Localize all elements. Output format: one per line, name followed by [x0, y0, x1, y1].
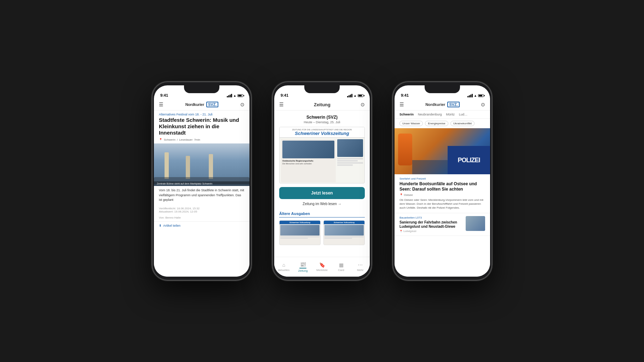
p3-category-nav: Schwerin Neubrandenburg Müritz Lud…	[395, 111, 490, 119]
p3-tag-energy[interactable]: Energiepreise	[425, 121, 448, 126]
p1-article-author: Von: Benno Halle	[154, 215, 249, 221]
p2-headline-2: Die Menschen sind sehr zufrieden	[282, 163, 334, 165]
p2-nav-mehr-label: Mehr	[357, 268, 363, 272]
p1-location: Schwerin	[164, 138, 176, 141]
p2-read-button[interactable]: Jetzt lesen	[279, 187, 365, 199]
user-icon-3[interactable]: ⊙	[481, 102, 485, 107]
p2-nav-zeitung[interactable]: 📰 Zeitung	[293, 260, 312, 274]
pillar-2	[186, 156, 190, 179]
nordkurier-logo-1: Nordkurier	[185, 102, 204, 107]
p3-main-article-section: Seefahrt und Freizeit Hunderte Bootsunfä…	[395, 174, 490, 213]
p2-main-image	[282, 141, 334, 158]
status-icons-3: ▲	[467, 94, 484, 97]
nordkurier-logo-3: Nordkurier	[425, 102, 445, 107]
more-icon: ⋯	[358, 262, 363, 268]
p1-logo-area: Nordkurier SVZ.	[185, 102, 219, 107]
battery-fill-1	[238, 95, 242, 96]
p3-cat-mueritz[interactable]: Müritz	[446, 113, 455, 116]
menu-icon-2[interactable]: ☰	[279, 102, 284, 107]
p2-nav-mehr[interactable]: ⋯ Mehr	[351, 261, 370, 273]
wifi-icon-1: ▲	[233, 94, 236, 97]
status-icons-1: ▲	[227, 94, 243, 97]
p2-bottom-nav: ⌂ Aktuelles 📰 Zeitung 🔖 Merkliste	[274, 257, 370, 277]
phone-2: 9:41 ▲	[272, 82, 372, 280]
phone-2-content: ☰ Zeitung ⊙ Schwerin (SVZ) Heute – Diens…	[274, 99, 370, 277]
p2-edition-thumb-2[interactable]: Schweriner Volkszeitung	[323, 220, 365, 245]
p2-edition-date: Heute – Dienstag, 25. Juli	[279, 120, 365, 124]
p1-article-title: Stadtfeste Schwerin: Musik und Kleinkuns…	[154, 117, 249, 138]
p2-nav-aktuelles[interactable]: ⌂ Aktuelles	[274, 261, 293, 273]
p3-second-article-section: Bauarbeiten L073 Sanierung der Fahrbahn …	[395, 213, 490, 236]
p3-tag-water[interactable]: Unser Wasser	[399, 121, 423, 126]
card-icon: ▦	[339, 262, 344, 268]
p2-older-section-title: Ältere Ausgaben	[279, 211, 365, 217]
user-icon-1[interactable]: ⊙	[240, 102, 245, 107]
status-icons-2: ▲	[347, 94, 363, 97]
phone-1-wrapper: 9:41 ▲	[152, 82, 251, 280]
p3-second-art-thumb	[466, 216, 485, 231]
menu-icon-3[interactable]: ☰	[399, 102, 404, 107]
home-icon: ⌂	[282, 262, 285, 268]
phone-1-screen: 9:41 ▲	[154, 85, 249, 277]
signal-bar-3	[230, 95, 231, 97]
p3-second-art-loc: 📍 Ludwigslust	[399, 230, 463, 233]
p3-second-art-text: Bauarbeiten L073 Sanierung der Fahrbahn …	[399, 216, 463, 233]
p3-main-art-body: Ob Ostsee oder Seen: Mecklenburg-Vorpomm…	[399, 198, 485, 210]
p1-updated: Aktualisiert: 19.06.2024, 12:05	[159, 210, 245, 213]
user-icon-2[interactable]: ⊙	[361, 102, 365, 107]
wifi-icon-2: ▲	[353, 94, 357, 97]
p2-nav-card-label: Card	[338, 268, 344, 272]
p2-header-title: Zeitung	[284, 102, 361, 107]
p3-main-image: POLIZEI	[395, 128, 490, 174]
p2-newspaper-body: Ostdeutsche Regierungschefs: Die Mensche…	[280, 138, 364, 183]
signal-icon-1	[227, 94, 232, 97]
p2-headline-1: Ostdeutsche Regierungschefs:	[282, 160, 334, 162]
p3-cat-schwerin[interactable]: Schwerin	[399, 113, 414, 116]
p3-cat-lud[interactable]: Lud…	[459, 113, 467, 116]
p2-thumb-body-1	[280, 224, 320, 239]
p1-share-button[interactable]: ⬆ Artikel teilen	[154, 221, 249, 230]
p3-thumb-image	[466, 216, 485, 231]
p3-main-art-location: 📍 Ostsee	[399, 193, 485, 197]
status-time-3: 9:41	[401, 93, 409, 97]
p2-edition-thumb-1[interactable]: Schweriner Volkszeitung	[279, 220, 321, 245]
menu-icon-1[interactable]: ☰	[159, 102, 163, 107]
p2-web-link[interactable]: Zeitung im Web lesen →	[279, 199, 365, 209]
notch-3	[425, 85, 460, 93]
phone-3-screen: 9:41 ▲	[395, 85, 490, 277]
p2-main-content: Schwerin (SVZ) Heute – Dienstag, 25. Jul…	[274, 111, 370, 249]
p3-main-art-cat: Seefahrt und Freizeit	[399, 177, 485, 180]
share-icon-1: ⬆	[159, 224, 162, 227]
p1-image-caption: Zentrale Bühne steht auf dem Marktplatz …	[154, 181, 249, 186]
notch-2	[304, 85, 340, 93]
pillar-1	[165, 152, 169, 179]
wifi-icon-3: ▲	[474, 94, 477, 97]
p2-nav-merkliste-label: Merkliste	[316, 268, 328, 272]
p2-col-side	[337, 139, 363, 182]
p3-tags: Unser Wasser Energiepreise Ukrainekonfli…	[395, 119, 490, 128]
pillar-3	[209, 154, 213, 179]
p1-share-label: Artikel teilen	[163, 224, 180, 227]
battery-icon-2	[358, 94, 363, 97]
p2-nav-aktuelles-label: Aktuelles	[278, 268, 289, 272]
p3-second-art-title: Sanierung der Fahrbahn zwischen Ludwigsl…	[399, 220, 463, 229]
battery-icon-3	[478, 94, 484, 97]
p2-newspaper-header: ZEITUNG FÜR DIE LANDESHAUPTSTADT UND DIE…	[280, 127, 364, 138]
p2-older-editions: Schweriner Volkszeitung Schweriner Volks…	[279, 220, 365, 245]
phone-3-content: ☰ Nordkurier SVZ. ⊙ Schwerin Neubrandenb…	[395, 99, 490, 277]
p3-police-sign-bg: POLIZEI	[448, 146, 490, 174]
p2-nav-card[interactable]: ▦ Card	[332, 261, 351, 273]
p1-article-meta: 📍 Schwerin / Lesedauer: 7min	[154, 138, 249, 143]
p3-second-art-cat: Bauarbeiten L073	[399, 216, 463, 219]
p2-newspaper-logo: Schweriner Volkszeitung	[282, 131, 362, 136]
p3-rescue-equipment	[398, 134, 412, 165]
p1-header: ☰ Nordkurier SVZ. ⊙	[154, 99, 249, 111]
p2-thumb-logo-1: Schweriner Volkszeitung	[280, 221, 320, 224]
p2-nav-merkliste[interactable]: 🔖 Merkliste	[312, 261, 332, 273]
p2-nav-zeitung-label: Zeitung	[298, 269, 308, 272]
p3-header: ☰ Nordkurier SVZ. ⊙	[395, 99, 490, 111]
location-icon-3b: 📍	[399, 230, 403, 232]
p3-cat-neubrandenburg[interactable]: Neubrandenburg	[418, 113, 442, 116]
p3-tag-ukraine[interactable]: Ukrainekonflikt	[450, 121, 475, 126]
p2-header: ☰ Zeitung ⊙	[274, 99, 370, 111]
